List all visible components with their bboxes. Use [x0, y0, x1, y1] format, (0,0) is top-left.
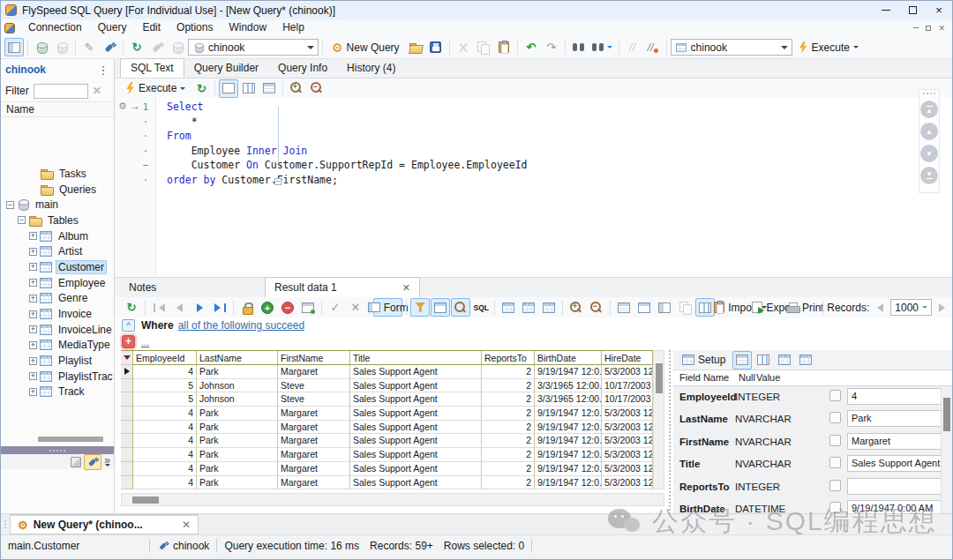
grid-cell[interactable]: 2: [482, 421, 535, 435]
grid-cell[interactable]: Park: [197, 448, 278, 462]
code-line[interactable]: ·order by Customer.FirstName;: [115, 173, 931, 188]
tree-expander-icon[interactable]: +: [29, 295, 37, 302]
grid-cell[interactable]: Park: [197, 462, 278, 476]
execute-dropdown-icon[interactable]: [180, 87, 185, 90]
field-options-button[interactable]: [796, 351, 815, 370]
editor-zoom-in-button[interactable]: +: [287, 79, 306, 98]
records-count-combo[interactable]: 1000: [890, 299, 932, 316]
where-condition-link[interactable]: all of the following succeed: [178, 319, 304, 332]
tree-item-invoiceline[interactable]: +InvoiceLine: [1, 322, 113, 338]
grid-cell[interactable]: Steve: [278, 392, 350, 407]
save-query-button[interactable]: [426, 38, 446, 56]
tree-item-genre[interactable]: +Genre: [1, 291, 113, 307]
execute-button[interactable]: Execute: [793, 38, 864, 56]
mdi-minimize-icon[interactable]: [913, 27, 919, 28]
grid-column-header[interactable]: Title: [350, 351, 482, 365]
commit-button[interactable]: [147, 38, 167, 56]
minimize-button[interactable]: [873, 1, 899, 19]
setup-button[interactable]: Setup: [677, 351, 731, 370]
code-line[interactable]: − Customer On Customer.SupportRepId = Em…: [115, 158, 931, 173]
tab-history[interactable]: History (4): [337, 59, 405, 78]
lock-record-button[interactable]: [237, 298, 257, 317]
cut-button[interactable]: [454, 38, 473, 56]
sql-editor[interactable]: ⚙ → 1Select· *·From· Employee Inner Join…: [115, 98, 952, 276]
more-panels-button[interactable]: »: [104, 458, 110, 467]
sql-code[interactable]: 1Select· *·From· Employee Inner Join− Cu…: [115, 100, 931, 187]
tab-query-info[interactable]: Query Info: [268, 59, 337, 78]
sql-view-button[interactable]: SQL: [471, 298, 491, 317]
grid-row[interactable]: 4ParkMargaretSales Support Agent29/19/19…: [121, 407, 653, 421]
tab-result-data[interactable]: Result data 1 ✕: [265, 277, 420, 297]
query-combo[interactable]: chinook: [671, 39, 792, 56]
grid-cell[interactable]: 2: [482, 392, 535, 407]
grid-cell[interactable]: 9/19/1947 12:0...: [535, 462, 602, 476]
result-grid[interactable]: EmployeeIdLastNameFirstNameTitleReportsT…: [121, 350, 653, 489]
grid-row[interactable]: 4ParkMargaretSales Support Agent29/19/19…: [121, 421, 653, 435]
close-tab-icon[interactable]: ✕: [402, 278, 410, 297]
post-edit-button[interactable]: ✓: [326, 298, 345, 317]
tree-expander-icon[interactable]: +: [29, 263, 37, 271]
null-checkbox[interactable]: [829, 435, 841, 446]
tree-expander-icon[interactable]: +: [29, 279, 37, 287]
grid-cell[interactable]: Sales Support Agent: [350, 476, 482, 490]
tree-expander-icon[interactable]: +: [29, 232, 37, 240]
grid-cell[interactable]: 5/3/2003 12:00: [602, 476, 653, 490]
grid-row-selector[interactable]: [121, 476, 133, 490]
more-link[interactable]: ...: [141, 337, 149, 347]
insert-record-button[interactable]: +: [258, 298, 277, 317]
grid-cell[interactable]: 10/17/2003 12:: [602, 379, 653, 393]
records-prev-button[interactable]: [870, 298, 889, 317]
goto-prev-button[interactable]: ▲: [920, 123, 938, 140]
refresh-connection-button[interactable]: ↻: [127, 38, 146, 56]
design-grid-button[interactable]: [499, 298, 518, 317]
first-record-button[interactable]: [149, 298, 169, 317]
search-panel-toggle[interactable]: [451, 298, 470, 317]
grid-cell[interactable]: 4: [133, 476, 197, 490]
grid-cell[interactable]: Margaret: [278, 421, 350, 435]
grid-cell[interactable]: Park: [197, 476, 278, 490]
null-checkbox[interactable]: [829, 480, 841, 491]
goto-first-button[interactable]: ▲: [920, 101, 938, 118]
grid-row-selector[interactable]: [121, 434, 133, 448]
grid-cell[interactable]: Margaret: [278, 462, 350, 476]
grid-cell[interactable]: 3/3/1965 12:00...: [535, 392, 602, 407]
field-value-input[interactable]: 9/19/1947 0:00 AM: [847, 500, 944, 514]
tabbar-grip[interactable]: ⋮: [1, 514, 10, 534]
grid-cell[interactable]: 9/19/1947 12:0...: [535, 434, 602, 448]
field-value-input[interactable]: Park: [847, 410, 944, 427]
grid-cell[interactable]: 2: [482, 365, 535, 379]
highlight-settings-button[interactable]: [239, 79, 259, 98]
grid-cell[interactable]: 2: [482, 448, 535, 462]
grid-column-header[interactable]: LastName: [197, 351, 278, 365]
code-line[interactable]: 1Select: [115, 100, 931, 115]
tab-query-builder[interactable]: Query Builder: [184, 59, 268, 78]
grid-column-header[interactable]: EmployeeId: [133, 351, 197, 365]
connection-properties-button[interactable]: [100, 38, 119, 56]
tree-expander-icon[interactable]: +: [29, 325, 37, 333]
grid-cell[interactable]: 4: [133, 407, 197, 421]
find-button[interactable]: [569, 38, 589, 56]
grid-row-selector[interactable]: [121, 407, 133, 421]
disconnect-button[interactable]: [52, 38, 71, 56]
objects-view-icon[interactable]: [71, 457, 81, 467]
grid-cell[interactable]: Margaret: [278, 407, 350, 421]
grid-cell[interactable]: 5/3/2003 12:00: [602, 462, 653, 476]
tree-item-track[interactable]: +Track: [1, 385, 113, 400]
print-button[interactable]: Print: [792, 298, 820, 317]
refresh-results-button[interactable]: ↻: [122, 298, 141, 317]
grid-cell[interactable]: 4: [133, 434, 197, 448]
grid-cell[interactable]: Sales Support Agent: [350, 379, 482, 393]
null-checkbox[interactable]: [829, 390, 841, 401]
undo-button[interactable]: ↶: [522, 38, 541, 56]
paste-button[interactable]: [494, 38, 514, 56]
grid-hscrollbar-thumb[interactable]: [132, 497, 159, 504]
connection-combo[interactable]: chinook: [188, 39, 319, 56]
chevron-down-icon[interactable]: [307, 46, 314, 49]
mdi-restore-icon[interactable]: [926, 26, 931, 31]
goto-last-button[interactable]: ▼: [920, 167, 938, 184]
cancel-edit-button[interactable]: ✕: [346, 298, 365, 317]
filter-input[interactable]: [34, 84, 88, 99]
grid-column-header[interactable]: FirstName: [278, 351, 350, 365]
grid-column-header[interactable]: HireDate: [602, 351, 653, 365]
grid-cell[interactable]: 10/17/2003 12:: [602, 392, 653, 407]
